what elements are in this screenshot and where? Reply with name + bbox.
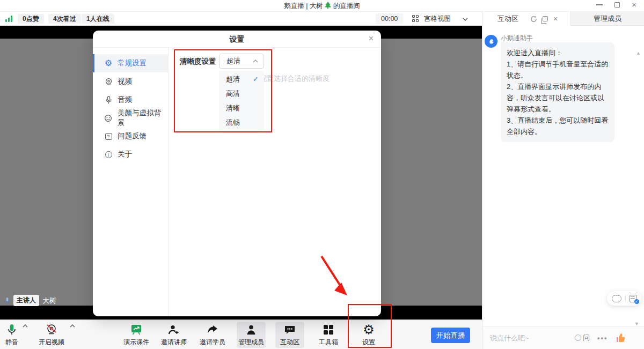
start-live-button[interactable]: 开始直播 — [431, 328, 470, 343]
tab-members[interactable]: 管理成员 — [570, 12, 644, 26]
ask-toggle[interactable]: 问 — [575, 333, 590, 343]
microphone-icon — [6, 323, 17, 336]
scroll-up-icon[interactable]: ▲ — [636, 50, 641, 56]
invite-teacher-label: 邀请讲师 — [161, 338, 187, 347]
sidebar-item-about[interactable]: i 关于 — [93, 145, 168, 164]
chat-bubble-icon[interactable] — [612, 295, 621, 302]
tree-icon — [325, 2, 331, 9]
titlebar: 鹅直播 | 大树 的直播间 × — [0, 0, 644, 12]
maximize-icon[interactable] — [614, 2, 620, 8]
tab-members-label: 管理成员 — [594, 14, 621, 24]
present-label: 演示课件 — [123, 338, 149, 347]
view-mode-selector[interactable]: 宫格视图 — [424, 14, 451, 24]
clarity-select-value: 超清 — [226, 56, 240, 66]
grid-view-icon[interactable] — [412, 15, 419, 22]
sidebar-label: 视频 — [118, 77, 132, 86]
interaction-panel: ▲ 小鹅通助手 欢迎进入直播间： 1、请自行调节手机音量至合适的状态。 2、直播… — [482, 26, 644, 349]
sidebar-item-general[interactable]: ⚙ 常规设置 — [93, 54, 168, 72]
gear-icon: ⚙ — [104, 59, 113, 68]
live-studio-window: 鹅直播 | 大树 的直播间 × 0点赞 4次看过 1人在线 00:00 宫格视图… — [0, 0, 644, 349]
assistant-message: 欢迎进入直播间： 1、请自行调节手机音量至合适的状态。 2、直播界面显示讲师发布… — [501, 42, 614, 142]
speaker-name: 大树 — [42, 296, 56, 306]
chevron-up-icon — [253, 60, 258, 63]
window-title: 鹅直播 | 大树 的直播间 — [0, 2, 644, 11]
views-badge: 4次看过 — [48, 14, 81, 24]
chat-icon — [283, 323, 296, 336]
members-label: 管理成员 — [238, 338, 264, 347]
window-controls: × — [596, 2, 636, 8]
person-add-icon — [167, 323, 180, 336]
toolbar-settings[interactable]: ⚙ 设置 — [354, 322, 383, 348]
bottom-toolbar: 静音 开启视频 演示课件 邀请讲师 邀请学员 — [0, 320, 482, 349]
camera-off-icon — [45, 323, 58, 336]
presentation-icon — [130, 323, 143, 336]
clarity-select[interactable]: 超清 — [219, 54, 264, 69]
option-label: 流畅 — [226, 118, 240, 128]
dialog-close-icon[interactable]: × — [369, 34, 374, 43]
speaker-role-badge: 主讲人 — [13, 295, 39, 306]
window-title-right: 的直播间 — [333, 2, 360, 10]
sidebar-label: 关于 — [118, 150, 132, 159]
minimize-icon[interactable] — [596, 4, 603, 5]
toolbar-invite-student[interactable]: 邀请学员 — [198, 322, 227, 348]
clarity-option-uhd[interactable]: 超清 ✓ — [219, 72, 264, 86]
sidebar-item-feedback[interactable]: ? 问题反馈 — [93, 127, 168, 145]
clarity-dropdown: 超清 ✓ 高清 清晰 流畅 — [219, 71, 264, 130]
close-window-icon[interactable]: × — [632, 2, 636, 8]
toolbox-label: 工具箱 — [319, 338, 338, 347]
likes-badge: 0点赞 — [18, 14, 44, 24]
check-icon: ✓ — [253, 75, 259, 83]
tab-interaction[interactable]: 互动区 × — [482, 12, 570, 26]
clarity-option-fluent[interactable]: 流畅 — [219, 115, 264, 130]
check-badge-icon: ✓ — [634, 299, 639, 304]
speaker-mic-icon — [4, 297, 10, 305]
ask-label: 问 — [583, 333, 590, 343]
mic-options-caret-icon[interactable] — [23, 324, 28, 328]
person-icon — [245, 323, 258, 336]
mic-outline-icon — [104, 96, 113, 104]
chat-input-bar: 问 ••• — [482, 326, 644, 349]
clarity-hint: 配置选择合适的清晰度 — [260, 74, 330, 84]
toolbar-interaction[interactable]: 互动区 — [275, 322, 304, 348]
like-thumb-icon[interactable] — [614, 331, 627, 344]
invite-student-label: 邀请学员 — [200, 338, 225, 347]
toolbar-camera[interactable]: 开启视频 — [35, 322, 68, 348]
toolbar-present[interactable]: 演示课件 — [122, 322, 151, 348]
goose-logo-icon — [487, 37, 495, 46]
toolbar-toolbox[interactable]: 工具箱 — [314, 322, 343, 348]
more-options-icon[interactable]: ••• — [597, 334, 608, 342]
toolbar-invite-teacher[interactable]: 邀请讲师 — [159, 322, 188, 348]
ask-radio-icon — [575, 335, 581, 341]
chat-quick-actions: ✓ — [607, 291, 641, 306]
refresh-icon[interactable] — [530, 16, 537, 23]
popout-icon[interactable] — [543, 16, 548, 21]
online-badge: 1人在线 — [82, 14, 114, 24]
toolbox-grid-icon — [323, 323, 334, 336]
divider — [625, 295, 626, 302]
clarity-option-hd[interactable]: 高清 — [219, 86, 264, 101]
close-panel-icon[interactable]: × — [553, 15, 558, 23]
dialog-header: 设置 × — [93, 31, 381, 48]
interaction-label: 互动区 — [280, 338, 299, 347]
status-bar: 0点赞 4次看过 1人在线 00:00 宫格视图 — [0, 12, 482, 26]
tab-interaction-label: 互动区 — [497, 14, 518, 24]
speaker-overlay: 主讲人 大树 — [4, 295, 56, 306]
camera-options-caret-icon[interactable] — [70, 324, 75, 328]
sidebar-item-audio[interactable]: 音频 — [93, 91, 168, 109]
sidebar-item-beauty[interactable]: 美颜与虚拟背景 — [93, 109, 168, 127]
sidebar-label: 音频 — [118, 95, 132, 105]
clarity-option-sd[interactable]: 清晰 — [219, 101, 264, 115]
info-icon: i — [104, 151, 113, 158]
share-arrow-icon — [206, 323, 219, 336]
chevron-down-icon[interactable] — [463, 18, 468, 21]
agenda-check-icon[interactable]: ✓ — [630, 295, 637, 302]
chat-input[interactable] — [490, 334, 570, 342]
option-label: 超清 — [226, 75, 240, 84]
panel-tabs: 互动区 × 管理成员 — [482, 12, 644, 26]
tab-interaction-icons: × — [530, 15, 558, 23]
sidebar-item-video[interactable]: 视频 — [93, 72, 168, 91]
toolbar-members[interactable]: 管理成员 — [237, 322, 266, 348]
window-title-left: 鹅直播 | 大树 — [284, 2, 323, 10]
question-icon: ? — [104, 133, 113, 140]
assistant-avatar — [485, 35, 497, 48]
